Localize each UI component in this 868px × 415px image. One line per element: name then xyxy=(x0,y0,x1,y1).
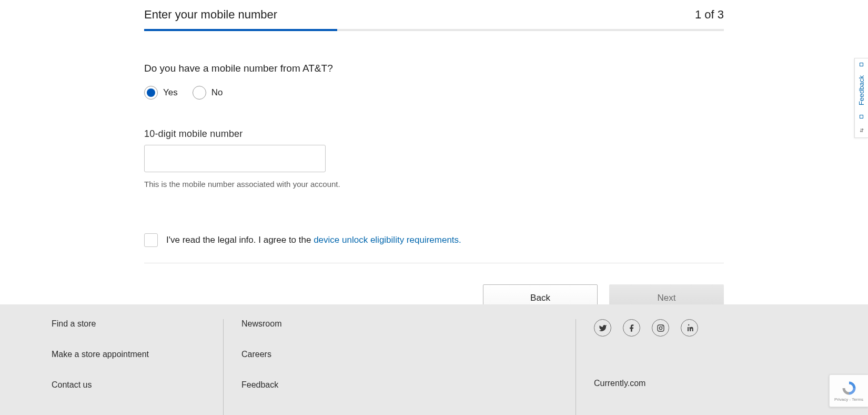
divider xyxy=(144,263,724,263)
question-label: Do you have a mobile number from AT&T? xyxy=(144,63,724,74)
agree-checkbox[interactable] xyxy=(144,233,158,247)
feedback-top-icon xyxy=(860,63,863,66)
svg-point-2 xyxy=(662,325,663,327)
radio-yes-label: Yes xyxy=(163,87,178,98)
radio-group: Yes No xyxy=(144,86,724,100)
footer-store-appointment[interactable]: Make a store appointment xyxy=(52,350,223,359)
twitter-icon[interactable] xyxy=(594,319,611,337)
footer-contact-us[interactable]: Contact us xyxy=(52,380,223,390)
footer-currently[interactable]: Currently.com xyxy=(594,379,816,388)
facebook-icon[interactable] xyxy=(623,319,640,337)
social-row xyxy=(594,319,816,337)
svg-point-1 xyxy=(659,327,662,329)
instagram-icon[interactable] xyxy=(652,319,669,337)
agree-text: I've read the legal info. I agree to the… xyxy=(166,235,461,245)
progress-bar xyxy=(144,29,724,31)
feedback-mid-icon xyxy=(860,115,863,118)
footer: Find a store Make a store appointment Co… xyxy=(0,304,868,415)
radio-no-circle xyxy=(193,86,206,100)
radio-no-label: No xyxy=(211,87,223,98)
recaptcha-text: Privacy - Terms xyxy=(834,397,863,402)
feedback-tab[interactable]: Feedback ⇵ xyxy=(854,58,868,138)
phone-label: 10-digit mobile number xyxy=(144,129,724,140)
footer-feedback[interactable]: Feedback xyxy=(241,380,576,390)
phone-helper: This is the mobile number associated wit… xyxy=(144,180,724,189)
radio-no[interactable]: No xyxy=(193,86,223,100)
agree-prefix: I've read the legal info. I agree to the xyxy=(166,235,314,245)
footer-careers[interactable]: Careers xyxy=(241,350,576,359)
recaptcha-icon xyxy=(841,380,857,396)
progress-fill xyxy=(144,29,337,31)
recaptcha-badge[interactable]: Privacy - Terms xyxy=(829,374,868,407)
feedback-text: Feedback xyxy=(857,75,865,105)
linkedin-icon[interactable] xyxy=(681,319,698,337)
radio-yes-circle xyxy=(144,86,158,100)
feedback-bottom-icon: ⇵ xyxy=(860,127,864,133)
step-counter: 1 of 3 xyxy=(695,8,724,22)
radio-yes[interactable]: Yes xyxy=(144,86,178,100)
footer-find-store[interactable]: Find a store xyxy=(52,319,223,329)
step-title: Enter your mobile number xyxy=(144,8,277,22)
phone-input[interactable] xyxy=(144,145,326,172)
eligibility-link[interactable]: device unlock eligibility requirements. xyxy=(314,235,461,245)
footer-newsroom[interactable]: Newsroom xyxy=(241,319,576,329)
